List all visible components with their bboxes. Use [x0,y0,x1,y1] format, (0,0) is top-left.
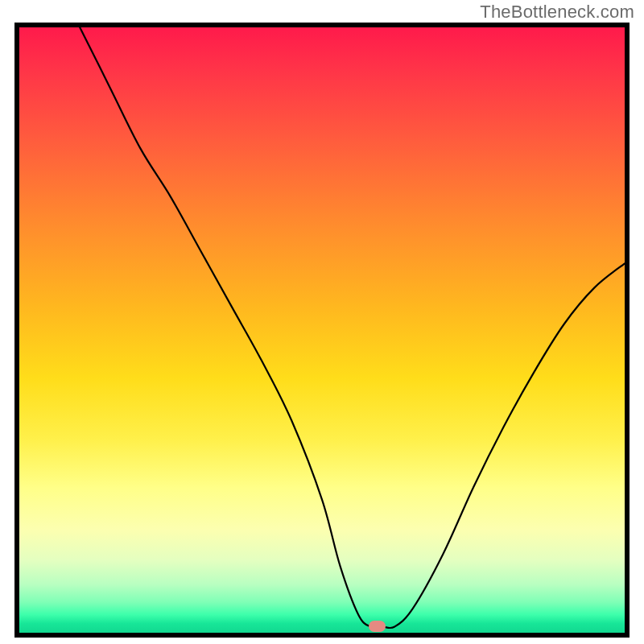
watermark-text: TheBottleneck.com [480,2,634,23]
optimal-marker [369,621,386,632]
plot-frame [14,23,630,638]
bottleneck-curve [19,27,625,633]
chart-container: TheBottleneck.com [0,0,644,644]
